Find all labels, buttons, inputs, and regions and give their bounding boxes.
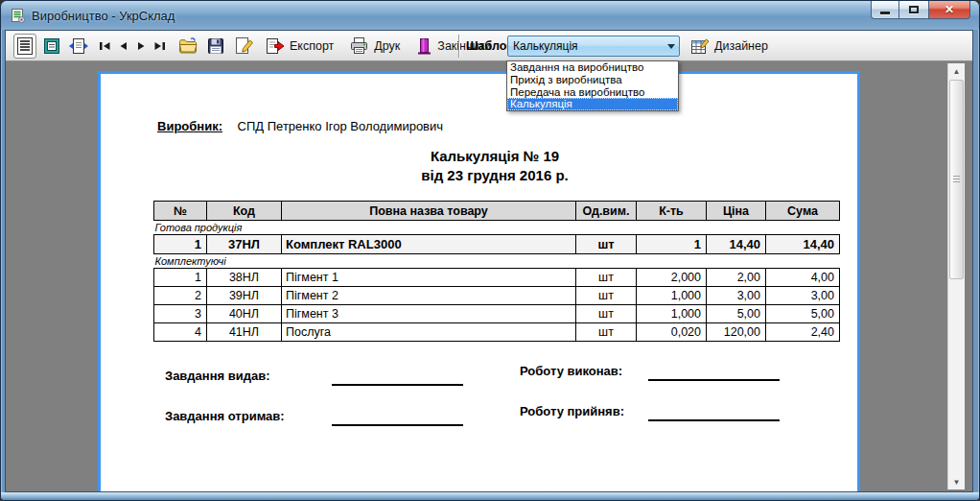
producer-line: Виробник: СПД Петренко Ігор Володимирови… — [157, 119, 443, 133]
cell-price: 5,00 — [707, 305, 766, 323]
close-button[interactable]: ✕ — [928, 1, 970, 19]
toolbar: Експорт Друк Закінчити — [6, 31, 972, 61]
cell-unit: шт — [576, 287, 637, 305]
designer-button[interactable]: Дизайнер — [688, 34, 769, 59]
app-window: Виробництво - УкрСклад ✕ — [0, 0, 980, 501]
last-page-icon — [152, 39, 167, 53]
cell-name: Комплект RAL3000 — [282, 235, 576, 254]
scroll-up-button[interactable]: ▲ — [948, 63, 965, 79]
cell-qty: 2,000 — [637, 269, 707, 287]
calculation-table: № Код Повна назва товару Од.вим. К-ть Ці… — [153, 201, 840, 342]
document-page: Виробник: СПД Петренко Ігор Володимирови… — [98, 71, 860, 491]
cell-unit: шт — [576, 323, 637, 342]
page-navigation — [96, 34, 169, 59]
template-combobox-value: Калькуляція — [508, 39, 663, 53]
cell-sum: 14,40 — [766, 235, 840, 254]
window-controls: ✕ — [871, 1, 970, 19]
cell-num: 1 — [154, 235, 207, 254]
first-page-button[interactable] — [96, 34, 114, 59]
signature-line — [332, 424, 463, 426]
task-issued-label: Завдання видав: — [165, 369, 270, 383]
signature-line — [332, 384, 463, 386]
cell-price: 14,40 — [707, 235, 766, 254]
cell-num: 2 — [154, 287, 207, 305]
cell-name: Пігмент 1 — [282, 269, 576, 287]
cell-price: 120,00 — [707, 323, 766, 342]
table-header-row: № Код Повна назва товару Од.вим. К-ть Ці… — [154, 202, 840, 221]
minimize-icon — [880, 12, 890, 14]
maximize-icon — [909, 6, 919, 13]
cell-price: 2,00 — [707, 269, 766, 287]
last-page-button[interactable] — [151, 34, 169, 59]
window-title: Виробництво - УкрСклад — [32, 9, 175, 23]
open-folder-icon — [177, 36, 198, 57]
maximize-button[interactable] — [899, 1, 928, 19]
cell-code: 40НЛ — [207, 305, 282, 323]
close-icon: ✕ — [945, 4, 954, 15]
save-floppy-icon — [205, 36, 226, 57]
view-page-width-button[interactable] — [40, 34, 63, 59]
cell-name: Пігмент 2 — [282, 287, 576, 305]
cell-num: 4 — [154, 323, 207, 342]
dropdown-option-selected[interactable]: Калькуляція — [507, 98, 678, 110]
page-lines-icon — [14, 36, 35, 57]
cell-code: 41НЛ — [207, 323, 282, 342]
cell-qty: 1 — [637, 235, 707, 254]
cell-num: 1 — [154, 269, 207, 287]
signature-line — [648, 419, 780, 421]
exit-door-icon — [415, 36, 432, 56]
dropdown-option[interactable]: Завдання на виробництво — [507, 61, 678, 74]
titlebar[interactable]: Виробництво - УкрСклад ✕ — [1, 1, 979, 30]
dropdown-option[interactable]: Прихід з виробництва — [507, 74, 678, 86]
scroll-down-button[interactable]: ▼ — [948, 474, 965, 489]
print-label: Друк — [374, 39, 400, 53]
template-combobox[interactable]: Калькуляція — [507, 36, 680, 57]
cell-qty: 0,020 — [637, 323, 707, 342]
client-area: Експорт Друк Закінчити — [5, 30, 973, 492]
vertical-scrollbar[interactable]: ▲ ▼ — [947, 63, 965, 489]
header-name: Повна назва товару — [282, 202, 576, 221]
save-button[interactable] — [204, 34, 227, 59]
cell-num: 3 — [154, 305, 207, 323]
cell-unit: шт — [576, 235, 637, 254]
cell-code: 39НЛ — [207, 287, 282, 305]
header-num: № — [154, 202, 207, 221]
cell-price: 3,00 — [707, 287, 766, 305]
header-qty: К-ть — [637, 202, 707, 221]
cell-code: 37НЛ — [207, 235, 282, 254]
work-accepted-label: Роботу прийняв: — [520, 404, 624, 418]
cell-unit: шт — [576, 269, 637, 287]
minimize-button[interactable] — [871, 1, 899, 19]
cell-sum: 4,00 — [766, 269, 840, 287]
header-sum: Сума — [766, 202, 840, 221]
first-page-icon — [98, 39, 112, 53]
export-button[interactable]: Експорт — [265, 34, 335, 59]
document-preview-area: Виробник: СПД Петренко Ігор Володимирови… — [6, 61, 972, 491]
section-label: Готова продукція — [154, 221, 840, 235]
component-row: 4 41НЛ Послуга шт 0,020 120,00 2,40 — [154, 323, 840, 342]
edit-button[interactable] — [232, 34, 255, 59]
header-unit: Од.вим. — [576, 202, 637, 221]
previous-page-button[interactable] — [114, 34, 132, 59]
dropdown-option[interactable]: Передача на виробництво — [507, 86, 678, 99]
section-finished-goods: Готова продукція — [154, 221, 840, 235]
export-label: Експорт — [290, 39, 334, 53]
document-title-line1: Калькуляція № 19 — [153, 147, 836, 166]
cell-qty: 1,000 — [637, 287, 707, 305]
producer-value: СПД Петренко Ігор Володимирович — [238, 119, 443, 133]
designer-grid-icon — [689, 36, 710, 57]
section-label: Комплектуючі — [154, 254, 840, 269]
next-page-icon — [134, 39, 149, 53]
print-button[interactable]: Друк — [348, 34, 401, 59]
arrow-up-icon: ▲ — [953, 67, 961, 76]
cell-sum: 2,40 — [766, 323, 840, 342]
chevron-down-icon — [667, 44, 675, 49]
header-price: Ціна — [707, 202, 766, 221]
combobox-dropdown-button[interactable] — [663, 36, 679, 56]
open-button[interactable] — [176, 34, 199, 59]
section-components: Комплектуючі — [154, 254, 840, 269]
view-whole-page-button[interactable] — [13, 34, 36, 59]
view-multipage-button[interactable] — [67, 34, 90, 59]
next-page-button[interactable] — [132, 34, 151, 59]
scrollbar-thumb[interactable] — [949, 80, 964, 279]
